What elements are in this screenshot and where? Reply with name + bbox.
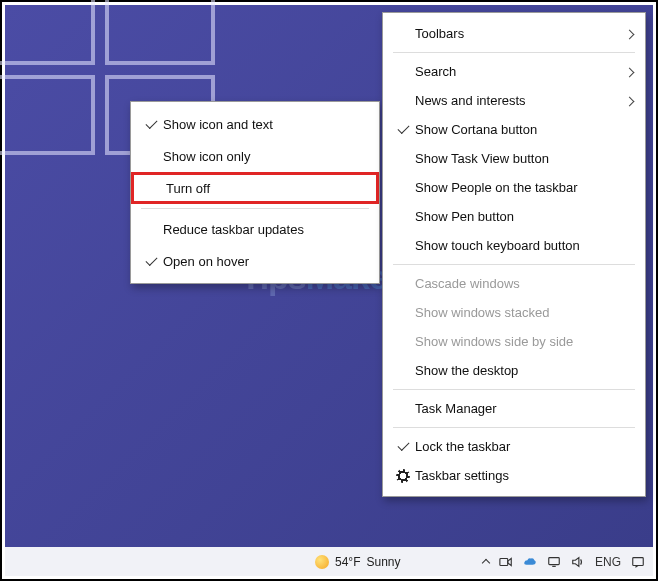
news-interests-submenu: Show icon and text Show icon only Turn o…: [130, 101, 380, 284]
taskbar-context-menu: Toolbars Search News and interests Show …: [382, 12, 646, 497]
menu-item-show-cortana-button[interactable]: Show Cortana button: [383, 115, 645, 144]
menu-label: Show windows stacked: [415, 305, 633, 320]
system-tray: ENG: [483, 555, 645, 569]
chevron-right-icon: [621, 93, 633, 108]
menu-separator: [393, 389, 635, 390]
menu-label: Show the desktop: [415, 363, 633, 378]
menu-item-windows-side-by-side: Show windows side by side: [383, 327, 645, 356]
gear-icon: [396, 469, 410, 483]
menu-label: News and interests: [415, 93, 621, 108]
menu-label: Show People on the taskbar: [415, 180, 633, 195]
menu-label: Lock the taskbar: [415, 439, 633, 454]
menu-label: Show windows side by side: [415, 334, 633, 349]
notifications-icon[interactable]: [631, 555, 645, 569]
tray-language[interactable]: ENG: [595, 555, 621, 569]
taskbar[interactable]: 54°F Sunny ENG: [5, 547, 653, 576]
menu-label: Task Manager: [415, 401, 633, 416]
chevron-right-icon: [621, 64, 633, 79]
weather-sun-icon: [315, 555, 329, 569]
menu-label: Show Cortana button: [415, 122, 633, 137]
menu-label: Reduce taskbar updates: [163, 222, 367, 237]
volume-icon[interactable]: [571, 555, 585, 569]
network-icon[interactable]: [547, 555, 561, 569]
svg-rect-2: [633, 557, 644, 565]
menu-item-task-manager[interactable]: Task Manager: [383, 394, 645, 423]
check-icon: [398, 128, 409, 131]
menu-item-show-people[interactable]: Show People on the taskbar: [383, 173, 645, 202]
menu-item-windows-stacked: Show windows stacked: [383, 298, 645, 327]
menu-item-show-task-view-button[interactable]: Show Task View button: [383, 144, 645, 173]
taskbar-weather[interactable]: 54°F Sunny: [315, 555, 401, 569]
svg-rect-0: [500, 558, 508, 565]
menu-item-lock-the-taskbar[interactable]: Lock the taskbar: [383, 432, 645, 461]
menu-item-show-pen-button[interactable]: Show Pen button: [383, 202, 645, 231]
menu-label: Show Task View button: [415, 151, 633, 166]
screenshot-frame: TipsMake.com Show icon and text Show ico…: [0, 0, 658, 581]
submenu-item-show-icon-and-text[interactable]: Show icon and text: [131, 108, 379, 140]
menu-label: Open on hover: [163, 254, 367, 269]
menu-item-news-and-interests[interactable]: News and interests: [383, 86, 645, 115]
menu-separator: [393, 264, 635, 265]
menu-item-show-touch-keyboard-button[interactable]: Show touch keyboard button: [383, 231, 645, 260]
menu-label: Show icon and text: [163, 117, 367, 132]
submenu-item-turn-off[interactable]: Turn off: [131, 172, 379, 204]
menu-separator: [393, 52, 635, 53]
menu-label: Toolbars: [415, 26, 621, 41]
submenu-item-open-on-hover[interactable]: Open on hover: [131, 245, 379, 277]
svg-rect-1: [549, 557, 560, 564]
weather-temp: 54°F: [335, 555, 360, 569]
onedrive-icon[interactable]: [523, 555, 537, 569]
check-icon: [398, 445, 409, 448]
chevron-right-icon: [621, 26, 633, 41]
menu-label: Taskbar settings: [415, 468, 633, 483]
meet-now-icon[interactable]: [499, 555, 513, 569]
submenu-item-show-icon-only[interactable]: Show icon only: [131, 140, 379, 172]
submenu-item-reduce-updates[interactable]: Reduce taskbar updates: [131, 213, 379, 245]
menu-item-search[interactable]: Search: [383, 57, 645, 86]
menu-label: Show touch keyboard button: [415, 238, 633, 253]
menu-separator: [141, 208, 369, 209]
menu-label: Show icon only: [163, 149, 367, 164]
check-icon: [146, 260, 157, 263]
menu-item-cascade-windows: Cascade windows: [383, 269, 645, 298]
check-icon: [146, 123, 157, 126]
menu-label: Turn off: [166, 181, 364, 196]
tray-overflow-icon[interactable]: [482, 559, 490, 567]
menu-label: Search: [415, 64, 621, 79]
menu-item-taskbar-settings[interactable]: Taskbar settings: [383, 461, 645, 490]
menu-item-toolbars[interactable]: Toolbars: [383, 19, 645, 48]
menu-item-show-the-desktop[interactable]: Show the desktop: [383, 356, 645, 385]
menu-separator: [393, 427, 635, 428]
weather-condition: Sunny: [366, 555, 400, 569]
menu-label: Show Pen button: [415, 209, 633, 224]
menu-label: Cascade windows: [415, 276, 633, 291]
